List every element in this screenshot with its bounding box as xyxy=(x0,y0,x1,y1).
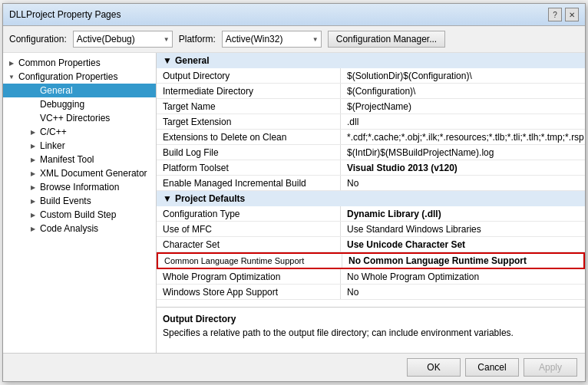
prop-value-build-log: $(IntDir)$(MSBuildProjectName).log xyxy=(341,145,585,160)
tree-item-manifest-tool[interactable]: ▶ Manifest Tool xyxy=(3,153,156,166)
prop-name-windows-store: Windows Store App Support xyxy=(157,285,341,299)
expand-icon-custom-build: ▶ xyxy=(28,209,38,220)
tree-label-general: General xyxy=(40,85,73,96)
configuration-select[interactable]: Active(Debug) xyxy=(73,31,173,48)
prop-name-target-ext: Target Extension xyxy=(157,114,341,129)
tree-item-linker[interactable]: ▶ Linker xyxy=(3,139,156,153)
prop-row-clr-support[interactable]: Common Language Runtime Support No Commo… xyxy=(157,252,585,269)
expand-icon-general xyxy=(28,85,38,96)
prop-row-target-ext: Target Extension .dll xyxy=(157,114,585,130)
description-title: Output Directory xyxy=(163,314,579,324)
expand-icon-manifest: ▶ xyxy=(28,154,38,165)
main-content: ▶ Common Properties ▼ Configuration Prop… xyxy=(3,53,585,353)
config-manager-button[interactable]: Configuration Manager... xyxy=(328,31,445,48)
dialog-container: DLLProject Property Pages ? ✕ Configurat… xyxy=(2,3,586,382)
tree-item-config-props[interactable]: ▼ Configuration Properties xyxy=(3,70,156,84)
prop-name-whole-program: Whole Program Optimization xyxy=(157,269,341,284)
expand-icon-build-events: ▶ xyxy=(28,196,38,206)
prop-name-build-log: Build Log File xyxy=(157,145,341,160)
tree-item-xml-doc[interactable]: ▶ XML Document Generator xyxy=(3,166,156,180)
tree-item-build-events[interactable]: ▶ Build Events xyxy=(3,194,156,208)
description-area: Output Directory Specifies a relative pa… xyxy=(157,307,585,353)
help-button[interactable]: ? xyxy=(548,8,562,21)
expand-icon-vc-dirs xyxy=(28,113,38,123)
tree-label-debugging: Debugging xyxy=(40,99,84,110)
tree-item-browse-info[interactable]: ▶ Browse Information xyxy=(3,180,156,194)
section-header-collapse-icon: ▼ xyxy=(163,55,172,66)
prop-value-output-dir: $(SolutionDir)$(Configuration)\ xyxy=(341,68,585,83)
props-table: ▼ General Output Directory $(SolutionDir… xyxy=(157,53,585,307)
apply-button[interactable]: Apply xyxy=(524,358,577,377)
section-title-general: General xyxy=(175,55,210,66)
tree-item-general[interactable]: General xyxy=(3,84,156,97)
platform-label: Platform: xyxy=(179,34,216,44)
prop-row-intermediate-dir: Intermediate Directory $(Configuration)\ xyxy=(157,84,585,99)
expand-icon-code-analysis: ▶ xyxy=(28,223,38,234)
prop-value-use-mfc: Use Standard Windows Libraries xyxy=(341,222,585,236)
title-bar-controls: ? ✕ xyxy=(548,8,579,21)
prop-name-char-set: Character Set xyxy=(157,237,341,252)
cancel-button[interactable]: Cancel xyxy=(465,358,519,377)
tree-label-linker: Linker xyxy=(40,140,65,151)
tree-label-manifest-tool: Manifest Tool xyxy=(40,154,94,165)
tree-item-code-analysis[interactable]: ▶ Code Analysis xyxy=(3,222,156,235)
prop-name-clr-support: Common Language Runtime Support xyxy=(158,254,342,268)
prop-value-config-type: Dynamic Library (.dll) xyxy=(341,206,585,221)
expand-icon-linker: ▶ xyxy=(28,140,38,151)
prop-value-whole-program: No Whole Program Optimization xyxy=(341,269,585,284)
ok-button[interactable]: OK xyxy=(407,358,461,377)
configuration-select-wrap: Active(Debug) xyxy=(73,31,173,48)
prop-value-extensions-clean: *.cdf;*.cache;*.obj;*.ilk;*.resources;*.… xyxy=(341,130,585,144)
description-text: Specifies a relative path to the output … xyxy=(163,327,579,338)
prop-value-target-ext: .dll xyxy=(341,114,585,129)
expand-icon-common: ▶ xyxy=(6,58,17,68)
prop-row-target-name: Target Name $(ProjectName) xyxy=(157,99,585,114)
expand-icon-browse: ▶ xyxy=(28,182,38,192)
close-button[interactable]: ✕ xyxy=(565,8,579,21)
section-title-project-defaults: Project Defaults xyxy=(175,193,245,204)
prop-value-target-name: $(ProjectName) xyxy=(341,99,585,114)
config-row: Configuration: Active(Debug) Platform: A… xyxy=(3,26,585,53)
configuration-label: Configuration: xyxy=(9,34,67,44)
expand-icon-xml-doc: ▶ xyxy=(28,168,38,179)
dialog-title: DLLProject Property Pages xyxy=(9,9,121,20)
tree-item-debugging[interactable]: Debugging xyxy=(3,97,156,111)
prop-name-config-type: Configuration Type xyxy=(157,206,341,221)
tree-item-custom-build[interactable]: ▶ Custom Build Step xyxy=(3,208,156,222)
prop-row-platform-toolset: Platform Toolset Visual Studio 2013 (v12… xyxy=(157,160,585,176)
tree-label-xml-doc: XML Document Generator xyxy=(40,168,147,179)
prop-value-intermediate-dir: $(Configuration)\ xyxy=(341,84,585,98)
prop-value-clr-support: No Common Language Runtime Support xyxy=(342,254,583,268)
prop-row-whole-program: Whole Program Optimization No Whole Prog… xyxy=(157,269,585,285)
expand-icon-config: ▼ xyxy=(6,71,17,82)
tree-label-code-analysis: Code Analysis xyxy=(40,223,98,234)
left-panel: ▶ Common Properties ▼ Configuration Prop… xyxy=(3,53,157,353)
prop-name-extensions-clean: Extensions to Delete on Clean xyxy=(157,130,341,144)
prop-name-intermediate-dir: Intermediate Directory xyxy=(157,84,341,98)
tree-label-cpp: C/C++ xyxy=(40,127,67,137)
prop-name-use-mfc: Use of MFC xyxy=(157,222,341,236)
tree-label-custom-build: Custom Build Step xyxy=(40,209,116,220)
tree-item-cpp[interactable]: ▶ C/C++ xyxy=(3,125,156,139)
prop-row-build-log: Build Log File $(IntDir)$(MSBuildProject… xyxy=(157,145,585,160)
tree-item-vc-dirs[interactable]: VC++ Directories xyxy=(3,111,156,125)
prop-row-windows-store: Windows Store App Support No xyxy=(157,285,585,300)
expand-icon-cpp: ▶ xyxy=(28,127,38,137)
tree-label-build-events: Build Events xyxy=(40,196,91,206)
prop-value-windows-store: No xyxy=(341,285,585,299)
platform-select[interactable]: Active(Win32) xyxy=(222,31,322,48)
prop-name-managed-build: Enable Managed Incremental Build xyxy=(157,176,341,190)
prop-row-managed-build: Enable Managed Incremental Build No xyxy=(157,176,585,191)
prop-row-output-dir: Output Directory $(SolutionDir)$(Configu… xyxy=(157,68,585,84)
prop-row-use-mfc: Use of MFC Use Standard Windows Librarie… xyxy=(157,222,585,237)
prop-name-platform-toolset: Platform Toolset xyxy=(157,160,341,175)
prop-row-config-type: Configuration Type Dynamic Library (.dll… xyxy=(157,206,585,222)
tree-label-config-props: Configuration Properties xyxy=(18,71,117,82)
tree-label-common-props: Common Properties xyxy=(18,58,101,68)
tree-item-common-props[interactable]: ▶ Common Properties xyxy=(3,56,156,70)
expand-icon-debugging xyxy=(28,99,38,110)
prop-name-output-dir: Output Directory xyxy=(157,68,341,83)
title-bar: DLLProject Property Pages ? ✕ xyxy=(3,4,585,26)
prop-row-extensions-clean: Extensions to Delete on Clean *.cdf;*.ca… xyxy=(157,130,585,145)
prop-value-platform-toolset: Visual Studio 2013 (v120) xyxy=(341,160,585,175)
